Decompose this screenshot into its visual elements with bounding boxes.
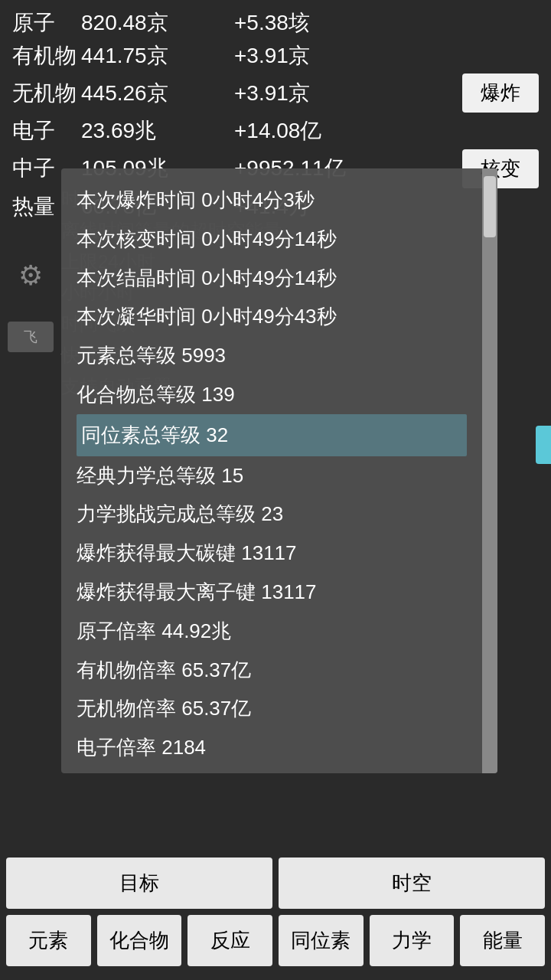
resource-name-3: 电子 [12, 116, 81, 145]
nav-btn-row2-3[interactable]: 同位素 [279, 915, 364, 966]
nav-btn-row2-2[interactable]: 反应 [187, 915, 272, 966]
modal-scrollbar[interactable] [482, 168, 497, 773]
stat-item-15: 中子倍率 391.49万 [77, 767, 467, 773]
gear-icon: ⚙ [18, 260, 43, 292]
resource-name-0: 原子 [12, 8, 81, 38]
stat-item-11: 原子倍率 44.92兆 [77, 612, 467, 651]
scrollbar-thumb [484, 176, 496, 237]
resource-value-0: 820.48京 [81, 8, 234, 38]
resource-delta-0: +5.38垓 [234, 8, 539, 38]
stat-item-14: 电子倍率 2184 [77, 728, 467, 767]
resource-name-1: 有机物 [12, 41, 81, 70]
stat-item-13: 无机物倍率 65.37亿 [77, 689, 467, 728]
nav-btn-row2-0[interactable]: 元素 [6, 915, 91, 966]
nav-row-2: 元素化合物反应同位素力学能量 [6, 915, 545, 966]
stat-item-2: 本次结晶时间 0小时49分14秒 [77, 259, 467, 298]
nav-btn-row2-5[interactable]: 能量 [460, 915, 545, 966]
resource-delta-3: +14.08亿 [234, 116, 539, 145]
nav-btn-row2-1[interactable]: 化合物 [97, 915, 182, 966]
resource-delta-1: +3.91京 [234, 41, 539, 70]
stat-item-3: 本次凝华时间 0小时49分43秒 [77, 297, 467, 336]
left-panel-button[interactable]: 飞 [8, 322, 54, 352]
resource-value-3: 23.69兆 [81, 116, 234, 145]
stat-item-9: 爆炸获得最大碳键 13117 [77, 534, 467, 573]
resource-name-2: 无机物 [12, 78, 81, 108]
stats-list[interactable]: 本次爆炸时间 0小时4分3秒本次核变时间 0小时49分14秒本次结晶时间 0小时… [61, 168, 482, 773]
resource-row-2: 无机物445.26京+3.91京爆炸 [12, 74, 539, 113]
stat-item-8: 力学挑战完成总等级 23 [77, 495, 467, 534]
nav-btn-row1-1[interactable]: 时空 [279, 858, 545, 909]
nav-btn-row2-4[interactable]: 力学 [370, 915, 455, 966]
nav-row-1: 目标时空 [6, 858, 545, 909]
action-button-爆炸[interactable]: 爆炸 [462, 74, 539, 113]
stat-item-10: 爆炸获得最大离子键 13117 [77, 573, 467, 612]
stat-item-6: 同位素总等级 32 [77, 414, 467, 456]
stat-item-7: 经典力学总等级 15 [77, 456, 467, 495]
stat-item-0: 本次爆炸时间 0小时4分3秒 [77, 181, 467, 220]
resource-row-1: 有机物441.75京+3.91京 [12, 41, 539, 70]
stats-modal: 本次爆炸时间 0小时4分3秒本次核变时间 0小时49分14秒本次结晶时间 0小时… [61, 168, 497, 773]
resource-row-0: 原子820.48京+5.38垓 [12, 8, 539, 38]
stat-item-1: 本次核变时间 0小时49分14秒 [77, 220, 467, 259]
right-tab-indicator[interactable] [536, 426, 551, 464]
stat-item-4: 元素总等级 5993 [77, 336, 467, 375]
stat-item-5: 化合物总等级 139 [77, 375, 467, 414]
resource-value-2: 445.26京 [81, 78, 234, 108]
gear-icon-container[interactable]: ⚙ [8, 253, 54, 299]
nav-btn-row1-0[interactable]: 目标 [6, 858, 272, 909]
resource-delta-2: +3.91京 [234, 78, 462, 108]
resource-value-1: 441.75京 [81, 41, 234, 70]
resource-row-3: 电子23.69兆+14.08亿 [12, 116, 539, 145]
bottom-navigation: 目标时空 元素化合物反应同位素力学能量 [0, 850, 551, 980]
stat-item-12: 有机物倍率 65.37亿 [77, 651, 467, 690]
